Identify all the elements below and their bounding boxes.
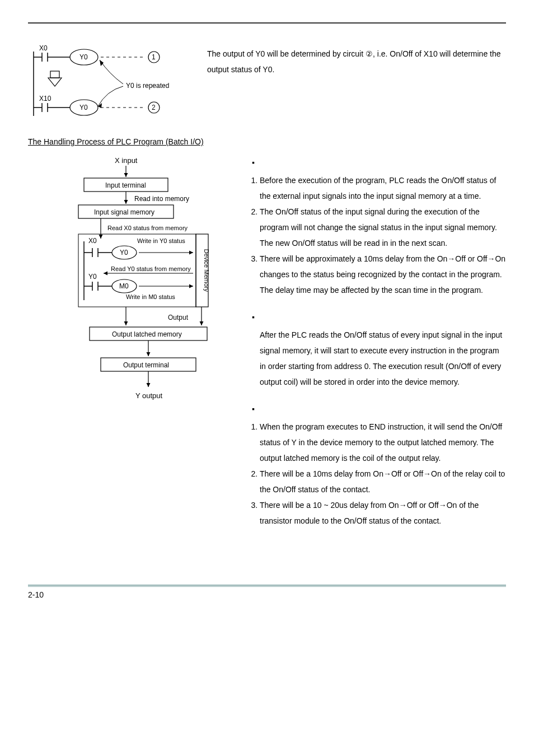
svg-rect-8 (50, 71, 59, 78)
bullet-1: ▪ (252, 155, 506, 170)
label-read-into-memory: Read into memory (134, 195, 189, 203)
label-read-y0: Read Y0 status from memory (111, 265, 191, 272)
label-y-output: Y output (135, 391, 163, 400)
g1-item-1: Before the execution of the program, PLC… (260, 172, 506, 204)
svg-marker-9 (48, 78, 62, 86)
label-output-terminal: Output terminal (123, 361, 169, 369)
down-arrow-icon (48, 71, 62, 86)
g1-item-3: There will be approximately a 10ms delay… (260, 251, 506, 298)
list-group-2: When the program executes to END instruc… (246, 419, 506, 529)
label-input-terminal: Input terminal (105, 181, 146, 189)
g2-item-1: When the program executes to END instruc… (260, 419, 506, 466)
mid-section: X input Input terminal Read into memory … (28, 155, 506, 540)
label-num2: 2 (152, 104, 156, 111)
g1-item-2: The On/Off status of the input signal du… (260, 204, 506, 251)
label-y0-2: Y0 (79, 104, 88, 111)
section-heading: The Handling Process of PLC Program (Bat… (28, 137, 506, 146)
bullet-3: ▪ (252, 401, 506, 417)
bullet-2: ▪ (252, 309, 506, 325)
g2-item-3: There will be a 10 ~ 20us delay from On→… (260, 497, 506, 529)
bottom-divider (28, 585, 506, 587)
label-input-signal-memory: Input signal memory (94, 208, 154, 216)
middle-paragraph: After the PLC reads the On/Off status of… (260, 327, 506, 390)
label-num1: 1 (152, 53, 156, 61)
label-write-y0: Write in Y0 status (137, 237, 185, 244)
label-y0-1: Y0 (79, 53, 88, 61)
ladder-diagram: X0 Y0 1 Y0 is repeated X10 (28, 40, 190, 119)
label-read-x0: Read X0 status from memory (107, 225, 188, 231)
label-m0: M0 (119, 282, 129, 290)
label-repeated: Y0 is repeated (126, 82, 169, 90)
label-y0-coil: Y0 (120, 249, 128, 256)
label-device-memory: Device Memory (203, 249, 210, 292)
page-number: 2-10 (28, 590, 506, 599)
label-y0-contact: Y0 (88, 273, 97, 281)
svg-marker-11 (100, 60, 104, 66)
top-divider (28, 22, 506, 24)
flow-diagram: X input Input terminal Read into memory … (28, 155, 229, 435)
g2-item-2: There will be a 10ms delay from On→Off o… (260, 466, 506, 497)
label-x0: X0 (39, 44, 48, 52)
label-x0-2: X0 (88, 237, 97, 245)
flow-diagram-container: X input Input terminal Read into memory … (28, 155, 229, 436)
top-paragraph: The output of Y0 will be determined by c… (207, 40, 506, 120)
label-output: Output (168, 314, 189, 321)
label-x-input: X input (115, 156, 138, 165)
ladder-diagram-container: X0 Y0 1 Y0 is repeated X10 (28, 40, 190, 120)
label-x10: X10 (39, 95, 51, 102)
label-output-latched: Output latched memory (112, 330, 182, 338)
label-write-m0: Write in M0 status (126, 293, 175, 300)
explanation-text: ▪ Before the execution of the program, P… (246, 155, 506, 540)
top-section: X0 Y0 1 Y0 is repeated X10 (28, 40, 506, 120)
list-group-1: Before the execution of the program, PLC… (246, 172, 506, 298)
